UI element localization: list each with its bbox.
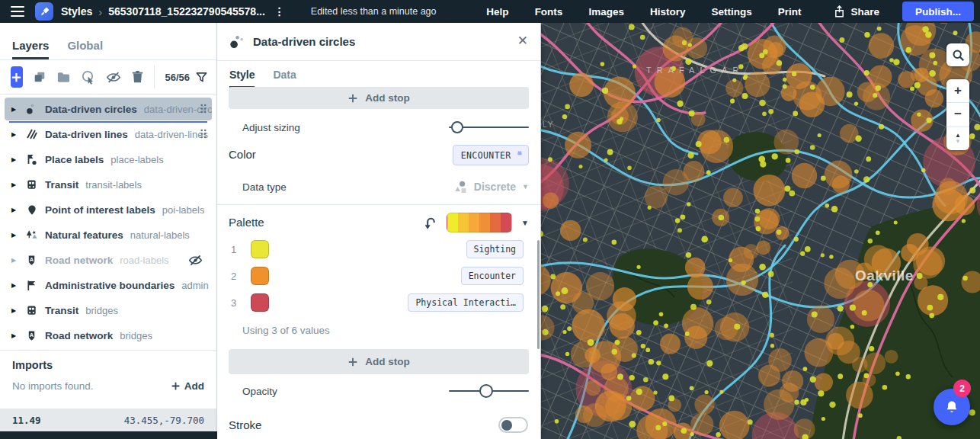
bell-icon [944, 399, 959, 415]
layer-row-road-labels[interactable]: ▶ARoad networkroad-labels [5, 248, 212, 271]
zoom-in-button[interactable]: + [946, 79, 969, 102]
layer-row-poi-labels[interactable]: ▶Point of interest labelspoi-labels [5, 198, 212, 221]
sidebar-tabs: Layers Global [0, 23, 216, 60]
layer-row-admin[interactable]: ▶Administrative boundariesadmin [5, 274, 212, 296]
topnav-print[interactable]: Print [765, 6, 815, 18]
stop-color-swatch[interactable] [251, 240, 269, 258]
expand-caret-icon[interactable]: ▶ [11, 106, 18, 113]
layers-toolbar: 56/56 [0, 60, 216, 95]
layer-id: data-driven-lines [135, 129, 208, 140]
stroke-section-title: Stroke [229, 418, 261, 431]
layer-name: Transit [45, 179, 78, 191]
topnav-fonts[interactable]: Fonts [522, 6, 576, 18]
panel-scrollbar[interactable] [537, 240, 540, 349]
layer-name: Point of interest labels [45, 204, 155, 216]
stroke-toggle[interactable] [498, 417, 528, 433]
data-type-select[interactable]: Discrete ▼ [453, 180, 529, 194]
admin-icon [25, 279, 38, 292]
layer-row-bridges[interactable]: ▶Transitbridges [5, 299, 212, 322]
layer-hidden-eye-off-icon[interactable] [188, 253, 203, 271]
layer-row-transit-labels[interactable]: ▶Transittransit-labels [5, 173, 212, 196]
publish-button[interactable]: Publish... [902, 2, 974, 21]
layer-name: Administrative boundaries [45, 280, 175, 291]
stop-value-badge[interactable]: Physical Interacti… [408, 293, 524, 312]
stop-value-badge[interactable]: Sighting [466, 240, 524, 258]
field-name: ENCOUNTER [461, 150, 511, 161]
expand-caret-icon[interactable]: ▶ [11, 257, 18, 264]
tab-layers[interactable]: Layers [12, 39, 49, 59]
add-import-button[interactable]: Add [171, 380, 204, 392]
tab-data[interactable]: Data [273, 69, 296, 88]
divider [217, 204, 540, 205]
road-label-partial: LY [543, 120, 555, 129]
hamburger-menu-icon[interactable] [11, 6, 24, 17]
circles-layer-icon [229, 34, 245, 50]
close-panel-icon[interactable]: ✕ [517, 33, 528, 49]
reverse-palette-icon[interactable] [423, 216, 437, 230]
topnav-help[interactable]: Help [473, 6, 521, 18]
palette-section-title: Palette [229, 216, 264, 229]
topnav-history[interactable]: History [637, 6, 699, 18]
mapbox-studio-logo[interactable] [35, 2, 53, 21]
palette-usage-text: Using 3 of 6 values [242, 325, 330, 336]
topnav-settings[interactable]: Settings [698, 6, 764, 18]
opacity-slider[interactable] [449, 384, 529, 398]
map-search-button[interactable] [946, 43, 969, 66]
color-field-badge[interactable]: ENCOUNTER ❛❛ [453, 145, 529, 165]
expand-caret-icon[interactable]: ▶ [11, 232, 18, 239]
pitch-bearing-button[interactable]: ▲ ▼ [946, 127, 969, 150]
adjust-sizing-slider[interactable] [449, 120, 529, 134]
share-button[interactable]: Share [814, 5, 892, 18]
map-render: LY TRAFALGAR Oakville [541, 23, 980, 439]
eye-off-icon[interactable] [106, 69, 121, 85]
city-label-oakville: Oakville [855, 268, 914, 284]
expand-caret-icon[interactable]: ▶ [11, 282, 18, 289]
drag-handle-icon[interactable] [200, 103, 207, 117]
group-layers-folder-icon[interactable] [56, 69, 71, 85]
layer-row-bridges[interactable]: ▶ARoad networkbridges [5, 324, 212, 347]
layer-row-data-driven-lines[interactable]: ▶Data-driven linesdata-driven-lines [5, 123, 212, 146]
zoom-out-button[interactable]: − [946, 102, 969, 126]
add-layer-button[interactable] [11, 66, 23, 88]
slider-handle[interactable] [479, 384, 493, 398]
expand-caret-icon[interactable]: ▶ [11, 207, 18, 213]
add-stop-button-bottom[interactable]: Add stop [229, 349, 529, 374]
breadcrumb-style-name: 565307118_152232790545578... [108, 5, 265, 18]
map-canvas[interactable]: LY TRAFALGAR Oakville + − ▲ ▼ 2 [541, 23, 980, 439]
stop-index: 3 [231, 297, 242, 309]
expand-caret-icon[interactable]: ▶ [11, 131, 18, 138]
layer-name: Natural features [45, 229, 123, 241]
breadcrumb-styles[interactable]: Styles [61, 5, 92, 18]
style-pen-icon [38, 5, 51, 18]
layer-counter: 56/56 [165, 72, 190, 83]
pitch-down-icon: ▼ [955, 139, 961, 145]
tab-style[interactable]: Style [229, 69, 255, 88]
expand-caret-icon[interactable]: ▶ [11, 156, 18, 163]
layer-row-data-driven-circles[interactable]: ▶Data-driven circlesdata-driven-circles [5, 98, 212, 120]
layer-row-place-labels[interactable]: ▶Place labelsplace-labels [5, 148, 212, 171]
expand-caret-icon[interactable]: ▶ [11, 332, 18, 339]
layer-id: road-labels [120, 255, 168, 266]
stop-color-swatch[interactable] [251, 293, 269, 312]
topnav-images[interactable]: Images [575, 6, 637, 18]
data-shapes-icon [453, 180, 468, 194]
style-menu-kebab-icon[interactable]: ⋮ [273, 5, 287, 18]
stop-color-swatch[interactable] [251, 267, 269, 285]
palette-dropdown-icon[interactable]: ▼ [521, 219, 529, 227]
duplicate-layer-icon[interactable] [33, 69, 46, 85]
palette-gradient-swatch[interactable] [447, 213, 512, 232]
expand-caret-icon[interactable]: ▶ [11, 307, 18, 314]
layer-row-natural-labels[interactable]: ▶Natural featuresnatural-labels [5, 223, 212, 246]
tab-global[interactable]: Global [67, 39, 103, 59]
filter-layers-icon[interactable] [196, 72, 207, 83]
map-zoom-level: 11.49 [12, 415, 41, 426]
transit-icon [25, 304, 38, 317]
drag-handle-icon[interactable] [200, 128, 207, 143]
stop-value-badge[interactable]: Encounter [461, 267, 524, 285]
delete-layer-trash-icon[interactable] [131, 69, 144, 85]
slider-handle[interactable] [451, 121, 463, 133]
add-stop-button-top[interactable]: Add stop [229, 87, 529, 109]
imports-heading: Imports [12, 359, 53, 371]
select-data-icon[interactable] [81, 69, 96, 85]
expand-caret-icon[interactable]: ▶ [11, 181, 18, 188]
